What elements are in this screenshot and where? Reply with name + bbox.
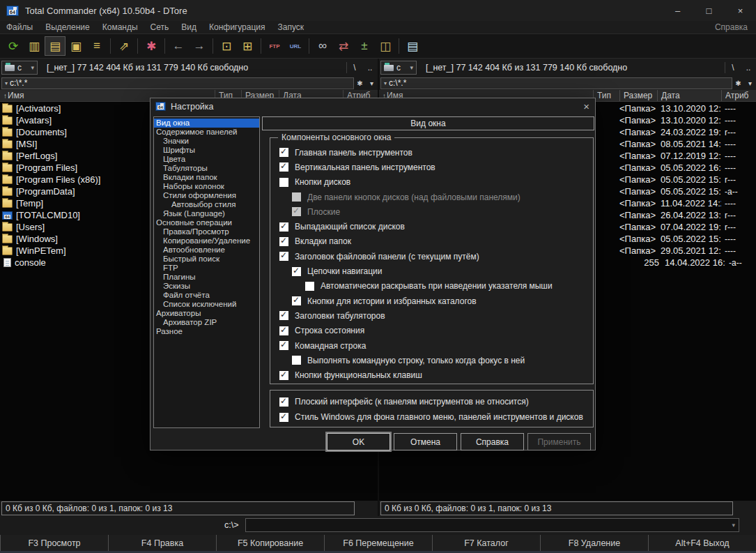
tree-item[interactable]: Язык (Language) [154,209,259,218]
menu-item[interactable]: Команды [96,22,144,32]
checkbox[interactable] [292,296,301,305]
checkbox-row[interactable]: Вкладки папок [270,234,593,249]
tree-item[interactable]: Автовыбор стиля [154,200,259,209]
tree-item[interactable]: Плагины [154,273,259,282]
notepad-icon[interactable]: ▤ [402,36,423,56]
checkbox-row[interactable]: Стиль Windows для фона главного меню, па… [270,409,593,425]
branch-view-icon[interactable]: ⇗ [114,36,134,56]
tree-item[interactable]: Шрифты [154,146,259,155]
checkbox[interactable] [279,178,288,187]
path-bar[interactable]: ▾ c:\*.* [380,77,732,89]
checkbox-row[interactable]: Заголовок файловой панели (с текущим пут… [270,249,593,264]
close-icon[interactable]: × [574,100,589,112]
checkbox[interactable] [279,371,288,380]
refresh-icon[interactable]: ⟳ [3,36,24,56]
path-bar[interactable]: ▾ c:\*.* [1,77,354,89]
ftp-connect-icon[interactable]: FTP [264,36,285,56]
checkbox[interactable] [292,207,301,216]
checkbox-row[interactable]: Автоматически раскрывать при наведении у… [270,279,593,294]
menu-item[interactable]: Запуск [272,22,311,32]
checkbox-row[interactable]: Плоские [270,204,593,219]
command-input[interactable]: ▾ [245,518,740,532]
tree-item[interactable]: Основные операции [154,218,259,227]
column-header-attr[interactable]: Атриб [721,90,756,101]
brief-view-icon[interactable]: ▥ [24,36,45,56]
function-key-button[interactable]: F8 Удаление [540,535,648,551]
checkbox[interactable] [279,341,288,350]
menu-item[interactable]: Выделение [39,22,96,32]
toolbar-separator[interactable] [399,38,399,54]
tree-item[interactable]: Табуляторы [154,164,259,173]
root-dir-button[interactable]: \ [725,61,741,75]
checkbox[interactable] [279,162,288,172]
cancel-button[interactable]: Отмена [394,433,457,450]
tree-item[interactable]: Наборы колонок [154,182,259,191]
checkbox-row[interactable]: Главная панель инструментов [270,145,593,160]
checkbox-row[interactable]: Кнопки для истории и избранных каталогов [270,294,593,308]
checkbox[interactable] [279,148,288,157]
function-key-button[interactable]: F4 Правка [108,535,216,551]
tree-item[interactable]: Копирование/Удаление [154,236,259,245]
checkbox[interactable] [279,311,288,320]
parent-dir-button[interactable]: .. [362,61,378,75]
dialog-title-bar[interactable]: Настройка × [151,98,595,114]
tree-item[interactable]: Автообновление [154,245,259,255]
tree-item[interactable]: Быстрый поиск [154,255,259,264]
toolbar-separator[interactable] [164,38,165,54]
parent-dir-button[interactable]: .. [741,61,756,75]
copy-info-icon[interactable]: ◫ [375,36,396,56]
menu-item[interactable]: Вид [175,22,203,32]
tree-item[interactable]: Вид окна [154,119,259,128]
help-button[interactable]: Справка [461,433,524,450]
checkbox[interactable] [305,282,314,291]
history-dropdown-icon[interactable]: ▾ [366,77,378,89]
close-icon[interactable]: × [725,0,756,21]
toolbar-separator[interactable] [213,38,213,54]
ok-button[interactable]: OK [327,433,390,450]
compare-dirs-icon[interactable]: ± [354,36,375,56]
search-icon[interactable]: ∞ [312,36,333,56]
tree-item[interactable]: Архиваторы [154,309,259,318]
detail-view-icon[interactable]: ▤ [45,36,65,56]
menu-item[interactable]: Сеть [144,22,176,32]
toolbar-separator[interactable] [137,38,138,54]
checkbox-row[interactable]: Цепочки навигации [270,264,593,278]
checkbox[interactable] [279,397,288,407]
apply-button[interactable]: Применить [527,433,591,450]
ftp-url-icon[interactable]: URL [285,36,306,56]
checkbox[interactable] [292,192,301,202]
tree-item[interactable]: Цвета [154,155,259,164]
menu-item-help[interactable]: Справка [709,22,756,32]
drive-selector[interactable]: c ▾ [380,61,417,75]
checkbox-row[interactable]: Кнопки функциональных клавиш [270,368,593,382]
checkbox[interactable] [279,237,288,246]
tree-item[interactable]: FTP [154,264,259,273]
toolbar-separator[interactable] [261,38,261,54]
toolbar-separator[interactable] [110,38,111,54]
tree-item[interactable]: Архиватор ZIP [154,318,259,327]
menu-item[interactable]: Файлы [0,22,39,32]
favorites-icon[interactable]: ✱ [354,77,366,89]
sync-dirs-icon[interactable]: ⇄ [333,36,354,56]
function-key-button[interactable]: F5 Копирование [216,535,324,551]
function-key-button[interactable]: F6 Перемещение [324,535,432,551]
column-header-size[interactable]: Размер [619,90,657,101]
checkbox-row[interactable]: Выпадающий список дисков [270,219,593,234]
tree-view-icon[interactable]: ≡ [86,36,107,56]
root-dir-button[interactable]: \ [347,61,362,75]
back-icon[interactable]: ← [168,36,189,56]
checkbox[interactable] [279,252,288,261]
function-key-button[interactable]: F3 Просмотр [0,535,108,551]
tree-item[interactable]: Эскизы [154,282,259,291]
favorites-icon[interactable]: ✱ [732,77,744,89]
checkbox[interactable] [292,267,301,276]
checkbox[interactable] [279,413,288,422]
minimize-icon[interactable]: – [662,0,693,21]
checkbox-row[interactable]: Две панели кнопок дисков (над файловыми … [270,190,593,204]
tree-item[interactable]: Разное [154,327,259,336]
forward-icon[interactable]: → [189,36,210,56]
checkbox-row[interactable]: Командная строка [270,338,593,353]
column-header-date[interactable]: Дата [657,90,721,101]
tree-item[interactable]: Список исключений [154,300,259,309]
pack-icon[interactable]: ⊞ [237,36,258,56]
